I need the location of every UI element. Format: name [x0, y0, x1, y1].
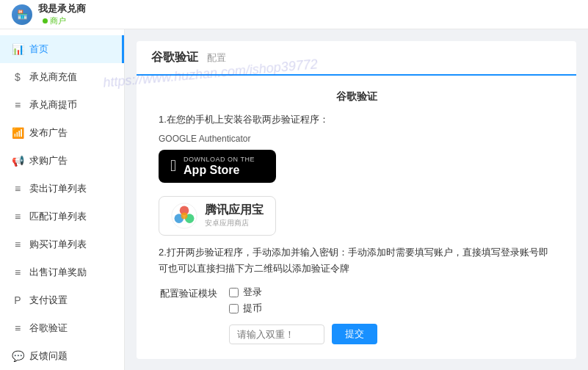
- sidebar-item-google-auth[interactable]: ≡ 谷歌验证: [0, 314, 124, 342]
- checkbox-login-item[interactable]: 登录: [229, 286, 262, 299]
- sidebar-item-withdraw[interactable]: ≡ 承兑商提币: [0, 91, 124, 119]
- apple-icon: : [170, 158, 176, 174]
- sidebar-item-label: 发布广告: [29, 126, 68, 139]
- feedback-icon: 💬: [12, 350, 23, 362]
- sidebar-item-publish-ad[interactable]: 📶 发布广告: [0, 119, 124, 147]
- appstore-text: Download on the App Store: [184, 156, 255, 177]
- checkbox-login-label: 登录: [243, 286, 262, 299]
- checkbox-login[interactable]: [229, 288, 239, 297]
- sidebar-item-label: 购买订单列表: [29, 238, 87, 251]
- match-orders-icon: ≡: [12, 211, 23, 222]
- config-label: 配置: [207, 52, 226, 63]
- status-dot: [43, 18, 48, 23]
- sidebar-item-label: 承兑商提币: [29, 98, 77, 112]
- sell-orders-icon: ≡: [12, 183, 23, 195]
- sidebar-item-home[interactable]: 📊 首页: [0, 35, 124, 63]
- withdraw-icon: ≡: [12, 99, 23, 111]
- checkbox-withdraw[interactable]: [229, 304, 239, 313]
- buy-orders-icon: ≡: [12, 239, 23, 250]
- svg-point-4: [181, 212, 188, 219]
- step2-text: 2.打开两步验证程序，手动添加并输入密钥：手动添加时需要填写账户，直接填写登录账…: [159, 244, 554, 277]
- sidebar: 📊 首页 $ 承兑商充值 ≡ 承兑商提币 📶 发布广告 📢 求购广告 ≡ 卖出订…: [0, 29, 125, 370]
- sidebar-item-sell-orders[interactable]: ≡ 卖出订单列表: [0, 175, 124, 203]
- config-module-row: 配置验证模块 登录 提币: [159, 286, 554, 315]
- main-content: https://www.huzhan.com/ishop39772 谷歌验证 配…: [125, 29, 588, 370]
- submit-button[interactable]: 提交: [332, 324, 377, 344]
- google-auth-icon: ≡: [12, 322, 23, 334]
- sidebar-item-label: 匹配订单列表: [29, 210, 87, 223]
- checkbox-withdraw-item[interactable]: 提币: [229, 302, 262, 315]
- sell-bonus-icon: ≡: [12, 266, 23, 278]
- recharge-icon: $: [12, 71, 23, 83]
- sidebar-item-label: 反馈问题: [29, 349, 68, 363]
- config-module-label: 配置验证模块: [159, 286, 217, 300]
- sidebar-item-label: 承兑商充值: [29, 70, 77, 84]
- main-layout: 📊 首页 $ 承兑商充值 ≡ 承兑商提币 📶 发布广告 📢 求购广告 ≡ 卖出订…: [0, 29, 588, 370]
- tencent-button[interactable]: 腾讯应用宝 安卓应用商店: [159, 196, 276, 236]
- sidebar-item-label: 求购广告: [29, 154, 68, 167]
- step1-text: 1.在您的手机上安装谷歌两步验证程序：: [159, 112, 554, 128]
- publish-ad-icon: 📶: [12, 127, 23, 139]
- sidebar-item-buy-orders[interactable]: ≡ 购买订单列表: [0, 231, 124, 258]
- page-header: 谷歌验证 配置: [137, 41, 576, 76]
- sidebar-item-buy-ad[interactable]: 📢 求购广告: [0, 147, 124, 175]
- sidebar-item-recharge[interactable]: $ 承兑商充值: [0, 63, 124, 91]
- payment-icon: P: [12, 294, 23, 306]
- sidebar-item-label: 支付设置: [29, 294, 68, 307]
- double-auth-input[interactable]: [229, 324, 324, 344]
- tencent-text: 腾讯应用宝 安卓应用商店: [205, 203, 264, 228]
- appstore-button[interactable]:  Download on the App Store: [159, 150, 276, 183]
- sidebar-item-label: 首页: [29, 43, 48, 56]
- authenticator-label: GOOGLE Authenticator: [159, 134, 554, 144]
- sidebar-item-feedback[interactable]: 💬 反馈问题: [0, 342, 124, 370]
- top-bar: 🏪 我是承兑商 商户: [0, 0, 588, 29]
- checkbox-group: 登录 提币: [229, 286, 262, 315]
- sidebar-item-sell-bonus[interactable]: ≡ 出售订单奖励: [0, 258, 124, 286]
- sidebar-item-label: 出售订单奖励: [29, 266, 87, 279]
- logo-avatar: 🏪: [12, 4, 32, 25]
- sidebar-item-match-orders[interactable]: ≡ 匹配订单列表: [0, 203, 124, 231]
- home-icon: 📊: [12, 43, 23, 55]
- page-title: 谷歌验证 配置: [151, 51, 226, 63]
- sidebar-item-label: 卖出订单列表: [29, 182, 87, 195]
- section-title: 谷歌验证: [159, 90, 554, 104]
- merchant-role: 商户: [43, 15, 86, 26]
- content-card: 谷歌验证 1.在您的手机上安装谷歌两步验证程序： GOOGLE Authenti…: [137, 76, 576, 359]
- tencent-logo-icon: [171, 203, 197, 229]
- sidebar-item-payment[interactable]: P 支付设置: [0, 286, 124, 314]
- merchant-name: 我是承兑商: [38, 2, 86, 15]
- logo-icon: 🏪: [17, 10, 28, 20]
- sidebar-item-label: 谷歌验证: [29, 322, 68, 335]
- checkbox-withdraw-label: 提币: [243, 302, 262, 315]
- buy-ad-icon: 📢: [12, 155, 23, 167]
- action-row: 提交: [229, 324, 554, 344]
